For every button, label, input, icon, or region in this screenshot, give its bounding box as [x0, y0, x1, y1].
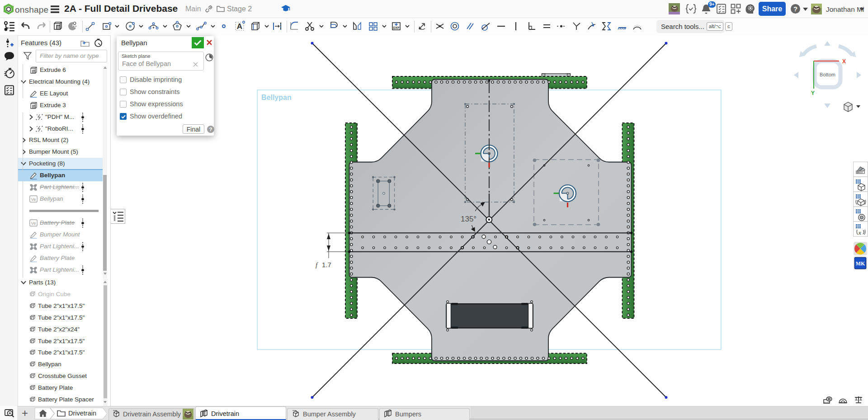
svg-text:X: X	[842, 58, 846, 65]
svg-text:MK: MK	[856, 260, 865, 267]
svg-text:x: x	[858, 229, 861, 236]
svg-text:f: f	[316, 261, 318, 269]
svg-text:A: A	[237, 22, 242, 31]
svg-text:Ve: Ve	[31, 197, 36, 202]
svg-text:1.7: 1.7	[322, 261, 331, 269]
svg-text:Y: Y	[811, 90, 815, 96]
svg-text:Ve: Ve	[31, 221, 36, 226]
svg-text:Bellypan: Bellypan	[261, 94, 292, 101]
svg-text:135°: 135°	[461, 215, 476, 223]
svg-text:DXF: DXF	[393, 26, 400, 29]
svg-text:Bottom: Bottom	[820, 72, 835, 77]
